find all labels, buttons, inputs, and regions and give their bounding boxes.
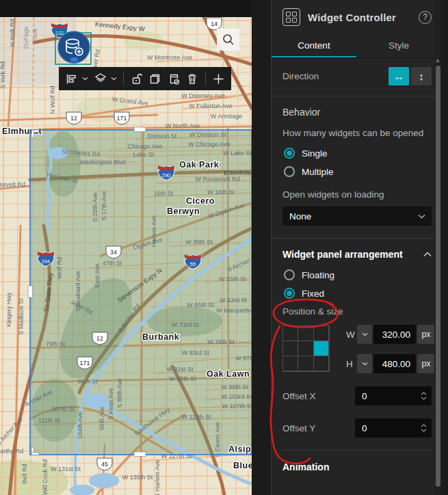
svg-text:W 73rd St: W 73rd St [172, 321, 200, 328]
svg-text:Washington Blvd: Washington Blvd [79, 159, 125, 165]
panel-scrollbar[interactable] [434, 0, 441, 495]
toolbar-divider [123, 72, 124, 85]
svg-text:Alsip: Alsip [228, 444, 251, 454]
direction-row: Direction ↔ ↕ [272, 58, 441, 96]
page-disable-icon[interactable] [165, 69, 182, 88]
scrollbar-thumb[interactable] [436, 66, 440, 487]
settings-panel: Widget Controller ? Content Style Direct… [271, 0, 441, 495]
height-unit[interactable]: px [417, 354, 435, 373]
panel-title: Widget Controller [308, 12, 411, 23]
offset-y-input[interactable]: 0 [355, 418, 432, 438]
svg-text:S Madison St: S Madison St [18, 298, 25, 335]
align-caret-icon[interactable] [81, 69, 89, 88]
svg-text:W North Ave: W North Ave [166, 122, 200, 129]
offset-x-value: 0 [355, 391, 418, 401]
svg-text:S Kean Ave: S Kean Ave [107, 388, 114, 420]
svg-text:S York Rd: S York Rd [0, 62, 6, 89]
arrangement-heading: Widget panel arrangement [282, 249, 403, 260]
offset-y-label: Offset Y [282, 423, 315, 433]
svg-text:W Division St: W Division St [189, 131, 226, 138]
anchor-position-grid[interactable] [282, 325, 330, 372]
app-stage: 121713412171451419029029455 Kennedy Expy… [0, 0, 448, 495]
svg-text:W 103rd St: W 103rd St [221, 393, 252, 400]
radio-floating[interactable]: Floating [284, 269, 432, 280]
height-mode-dropdown[interactable] [357, 354, 372, 373]
us-route-shield: 12 [92, 332, 107, 345]
duplicate-icon[interactable] [146, 69, 163, 88]
svg-text:W 55th St: W 55th St [219, 276, 246, 282]
svg-text:Will Cook Rd: Will Cook Rd [42, 459, 49, 495]
layers-icon[interactable] [92, 69, 109, 88]
svg-text:16th St: 16th St [154, 190, 174, 197]
svg-text:171: 171 [116, 115, 127, 122]
svg-text:Blue Island: Blue Island [233, 461, 252, 470]
svg-text:45: 45 [101, 461, 108, 468]
svg-text:W Fullerton Ave: W Fullerton Ave [189, 103, 232, 109]
svg-text:S 88th Ave: S 88th Ave [116, 378, 123, 407]
chevron-down-icon [418, 214, 425, 219]
radio-single[interactable]: Single [284, 148, 432, 159]
svg-text:W 79th St: W 79th St [207, 338, 235, 345]
us-route-shield: 171 [77, 357, 92, 369]
width-input[interactable]: 320.00 [373, 325, 416, 344]
svg-text:Burbank: Burbank [142, 332, 179, 342]
svg-text:S 17th Ave: S 17th Ave [101, 191, 107, 220]
height-label: H [346, 359, 357, 369]
radio-floating-label: Floating [302, 270, 334, 280]
offset-x-input[interactable]: 0 [355, 386, 432, 405]
radio-fixed-label: Fixed [302, 289, 324, 299]
tab-style[interactable]: Style [356, 34, 441, 57]
direction-vertical-button[interactable]: ↕ [411, 67, 432, 85]
width-field-row: W 320.00 px [346, 325, 435, 344]
svg-text:W 39th St: W 39th St [185, 239, 213, 245]
stepper-arrows-icon[interactable] [418, 392, 432, 400]
align-icon[interactable] [63, 69, 80, 88]
svg-text:Oak Lawn: Oak Lawn [207, 369, 250, 379]
svg-text:79th St: 79th St [46, 340, 66, 347]
add-icon[interactable] [210, 69, 227, 88]
widget-edit-toolbar [59, 67, 231, 90]
svg-text:104th Ave: 104th Ave [77, 412, 83, 439]
scrollbar-up-arrow[interactable] [436, 59, 440, 62]
svg-text:W Montrose Ave: W Montrose Ave [147, 54, 192, 61]
tab-content[interactable]: Content [272, 34, 356, 57]
trash-icon[interactable] [184, 69, 201, 88]
svg-text:95th St: 95th St [78, 378, 98, 385]
svg-text:111th St: 111th St [38, 417, 61, 424]
widget-anchor-dot [70, 57, 78, 62]
svg-text:W 135th St: W 135th St [122, 474, 153, 481]
svg-text:171: 171 [79, 360, 90, 366]
width-mode-dropdown[interactable] [357, 325, 372, 344]
map-canvas[interactable]: 121713412171451419029029455 Kennedy Expy… [0, 0, 252, 495]
animation-heading: Animation [272, 451, 441, 472]
svg-text:W 127th St: W 127th St [161, 453, 192, 459]
height-input[interactable]: 480.00 [373, 354, 416, 373]
width-unit[interactable]: px [417, 325, 435, 344]
layers-caret-icon[interactable] [110, 69, 118, 88]
svg-text:12: 12 [70, 115, 77, 122]
svg-text:Division St: Division St [148, 133, 177, 139]
svg-text:S Brainard Ave: S Brainard Ave [75, 271, 81, 312]
help-icon[interactable]: ? [419, 11, 432, 24]
svg-text:W 91st St: W 91st St [166, 366, 194, 373]
open-on-loading-select[interactable]: None [282, 206, 432, 226]
svg-text:290: 290 [162, 172, 171, 178]
lock-open-icon[interactable] [128, 69, 145, 88]
radio-multiple[interactable]: Multiple [284, 166, 432, 177]
direction-horizontal-button[interactable]: ↔ [388, 67, 409, 85]
open-on-loading-label: Open widgets on loading [282, 189, 432, 200]
svg-text:14: 14 [211, 21, 218, 27]
svg-text:W Marquette: W Marquette [216, 307, 252, 314]
radio-fixed[interactable]: Fixed [284, 288, 432, 299]
anchor-cell-selected[interactable] [313, 340, 329, 356]
height-field-row: H 480.00 px [346, 354, 435, 373]
stepper-arrows-icon[interactable] [418, 424, 432, 432]
collapse-chevron-up-icon[interactable] [423, 252, 432, 257]
offset-y-row: Offset Y 0 [282, 418, 432, 438]
svg-text:12: 12 [96, 335, 103, 342]
map-search-button[interactable] [217, 29, 239, 51]
svg-text:W 63rd St: W 63rd St [220, 297, 248, 304]
panel-header: Widget Controller ? [272, 0, 441, 34]
us-route-shield: 34 [106, 246, 121, 258]
svg-text:McCarthy Rd: McCarthy Rd [0, 448, 23, 455]
